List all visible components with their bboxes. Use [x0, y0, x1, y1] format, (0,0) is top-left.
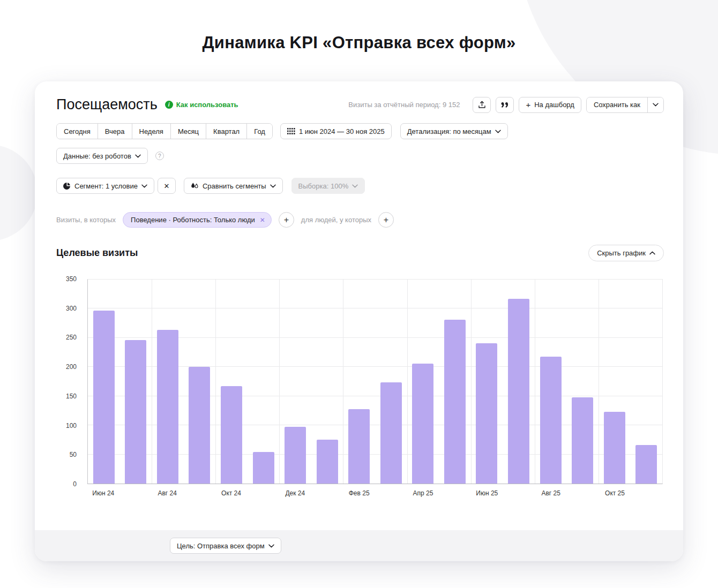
- detalization-button[interactable]: Детализация: по месяцам: [400, 123, 508, 139]
- gridline-x-16: [599, 280, 599, 484]
- gridline-x-2: [152, 280, 152, 484]
- how-to-use-label: Как использовать: [176, 101, 238, 109]
- quotes-icon: [501, 102, 508, 108]
- gridline-x-12: [471, 280, 472, 484]
- data-robots-button[interactable]: Данные: без роботов: [56, 148, 148, 164]
- x-axis-labels: Июн 24Авг 24Окт 24Дек 24Фев 25Апр 25Июн …: [87, 485, 663, 498]
- save-as-split-button: Сохранить как: [586, 97, 664, 113]
- segment-clear-button[interactable]: ✕: [158, 178, 176, 194]
- bar-1[interactable]: [93, 311, 115, 484]
- hide-chart-button[interactable]: Скрыть график: [588, 245, 664, 261]
- visits-filter-label: Визиты, в которых: [56, 216, 116, 224]
- chart-plot-area: [87, 279, 663, 484]
- data-robots-label: Данные: без роботов: [63, 152, 131, 160]
- goal-select-button[interactable]: Цель: Отправка всех форм: [170, 538, 281, 554]
- hide-chart-label: Скрыть график: [597, 249, 646, 257]
- visits-period-label: Визиты за отчётный период: 9 152: [348, 101, 460, 109]
- add-visit-condition-button[interactable]: +: [279, 212, 294, 228]
- people-filter-label: для людей, у которых: [301, 216, 371, 224]
- bar-15[interactable]: [540, 357, 562, 484]
- bar-2[interactable]: [125, 340, 146, 484]
- behavior-filter-chip[interactable]: Поведение · Роботность: Только люди ✕: [123, 212, 272, 228]
- export-button[interactable]: [473, 97, 491, 113]
- bar-5[interactable]: [221, 386, 242, 484]
- chip-remove-icon[interactable]: ✕: [260, 216, 265, 224]
- gridline-x-6: [279, 280, 280, 484]
- upload-icon: [478, 101, 486, 109]
- segment-toolbar: Сегмент: 1 условие ✕ Сравнить сегменты В…: [56, 178, 664, 194]
- period-tab-4[interactable]: Месяц: [170, 124, 206, 139]
- period-tab-2[interactable]: Вчера: [98, 124, 132, 139]
- y-tick-150: 150: [66, 393, 77, 400]
- x-tick-2: Авг 24: [158, 489, 176, 497]
- add-to-dashboard-button[interactable]: + На дашборд: [519, 97, 581, 113]
- detalization-label: Детализация: по месяцам: [407, 127, 491, 135]
- comments-button[interactable]: [496, 97, 514, 113]
- bar-7[interactable]: [285, 427, 306, 484]
- bar-8[interactable]: [317, 440, 338, 484]
- y-axis-labels: 050100150200250300350: [56, 279, 82, 484]
- chevron-down-icon: [495, 130, 501, 133]
- report-title: Посещаемость: [56, 96, 158, 113]
- background-blob: [0, 145, 38, 241]
- date-range-button[interactable]: 1 июн 2024 — 30 ноя 2025: [280, 123, 392, 139]
- bar-12[interactable]: [444, 320, 466, 484]
- bar-9[interactable]: [348, 409, 370, 484]
- x-tick-5: Фев 25: [349, 489, 370, 497]
- period-tab-1[interactable]: Сегодня: [57, 124, 98, 139]
- y-tick-0: 0: [73, 480, 77, 488]
- period-tab-5[interactable]: Квартал: [206, 124, 246, 139]
- period-toolbar: СегодняВчераНеделяМесяцКварталГод 1 июн …: [56, 123, 664, 139]
- save-as-button[interactable]: Сохранить как: [587, 97, 647, 112]
- info-icon: i: [165, 101, 173, 109]
- x-tick-3: Окт 24: [221, 489, 241, 497]
- goal-visits-bar-chart: 050100150200250300350 Июн 24Авг 24Окт 24…: [56, 279, 664, 498]
- page-title: Динамика KPI «Отправка всех форм»: [0, 33, 718, 52]
- chevron-down-icon: [268, 544, 274, 548]
- gridline-x-4: [215, 280, 216, 484]
- x-tick-7: Июн 25: [476, 489, 498, 497]
- y-tick-100: 100: [66, 422, 77, 429]
- bar-13[interactable]: [476, 343, 497, 484]
- compare-drops-icon: [191, 182, 199, 190]
- filters-row: Визиты, в которых Поведение · Роботность…: [56, 212, 664, 228]
- bar-3[interactable]: [157, 330, 178, 484]
- x-tick-4: Дек 24: [285, 489, 305, 497]
- calendar-grid-icon: [287, 128, 295, 135]
- period-tab-3[interactable]: Неделя: [132, 124, 170, 139]
- y-tick-250: 250: [66, 334, 77, 341]
- plus-icon: +: [526, 100, 530, 109]
- bar-10[interactable]: [380, 382, 402, 484]
- bar-14[interactable]: [508, 299, 529, 484]
- period-tab-6[interactable]: Год: [246, 124, 272, 139]
- y-tick-200: 200: [66, 363, 77, 371]
- x-tick-6: Апр 25: [413, 489, 433, 497]
- bar-4[interactable]: [189, 367, 210, 484]
- add-people-condition-button[interactable]: +: [378, 212, 394, 228]
- sample-button[interactable]: Выборка: 100%: [291, 178, 365, 194]
- chevron-up-icon: [649, 251, 655, 255]
- compare-segments-button[interactable]: Сравнить сегменты: [184, 178, 283, 194]
- header-actions: + На дашборд Сохранить как: [473, 97, 664, 113]
- dashboard-label: На дашборд: [534, 101, 574, 109]
- bar-17[interactable]: [604, 412, 625, 484]
- period-tabs: СегодняВчераНеделяМесяцКварталГод: [56, 123, 273, 139]
- bar-11[interactable]: [412, 364, 433, 484]
- save-as-dropdown-button[interactable]: [647, 97, 663, 112]
- x-tick-8: Авг 25: [541, 489, 560, 497]
- help-icon[interactable]: ?: [155, 152, 164, 160]
- chart-section-header: Целевые визиты Скрыть график: [56, 245, 664, 261]
- segment-button[interactable]: Сегмент: 1 условие: [56, 178, 154, 194]
- x-tick-1: Июн 24: [92, 489, 114, 497]
- bar-16[interactable]: [572, 397, 593, 484]
- goal-select-label: Цель: Отправка всех форм: [177, 542, 265, 550]
- how-to-use-link[interactable]: i Как использовать: [165, 101, 238, 109]
- metrika-report-card: Посещаемость i Как использовать Визиты з…: [35, 81, 683, 561]
- chevron-down-icon: [653, 103, 659, 107]
- bar-6[interactable]: [253, 452, 274, 484]
- chevron-down-icon: [352, 184, 358, 188]
- chip-label: Поведение · Роботность: Только люди: [131, 216, 255, 224]
- bar-18[interactable]: [635, 445, 657, 484]
- chart-section-title: Целевые визиты: [56, 247, 138, 259]
- compare-segments-label: Сравнить сегменты: [203, 182, 266, 190]
